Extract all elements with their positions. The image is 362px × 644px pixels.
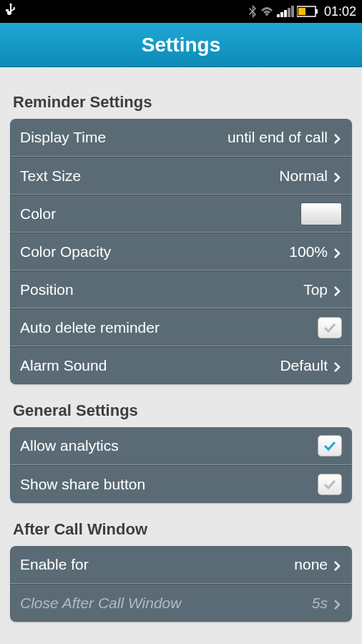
- row-enable-for[interactable]: Enable for none: [10, 546, 352, 584]
- usb-icon: [6, 3, 16, 20]
- checkbox-auto-delete[interactable]: [318, 317, 342, 338]
- value-color-opacity: 100%: [289, 243, 328, 260]
- value-position: Top: [303, 281, 328, 298]
- value-alarm-sound: Default: [280, 357, 328, 374]
- chevron-right-icon: [333, 286, 342, 294]
- group-general: Allow analytics Show share button: [10, 427, 352, 503]
- group-reminder: Display Time until end of call Text Size…: [10, 119, 352, 384]
- label-display-time: Display Time: [20, 129, 228, 146]
- label-color-opacity: Color Opacity: [20, 243, 289, 260]
- value-display-time: until end of call: [228, 129, 328, 146]
- status-right: 01:02: [248, 4, 356, 19]
- label-allow-analytics: Allow analytics: [20, 437, 318, 454]
- signal-icon: [277, 6, 294, 17]
- status-bar: 01:02: [0, 0, 362, 23]
- row-auto-delete[interactable]: Auto delete reminder: [10, 308, 352, 346]
- chevron-right-icon: [333, 172, 342, 180]
- page-title: Settings: [142, 34, 220, 57]
- svg-rect-1: [315, 9, 318, 14]
- chevron-right-icon: [333, 248, 342, 256]
- chevron-right-icon: [333, 560, 342, 569]
- value-text-size: Normal: [279, 167, 328, 185]
- row-text-size[interactable]: Text Size Normal: [10, 157, 352, 195]
- checkbox-show-share[interactable]: [318, 474, 342, 495]
- svg-rect-2: [298, 8, 305, 15]
- row-position[interactable]: Position Top: [10, 270, 352, 308]
- row-display-time[interactable]: Display Time until end of call: [10, 119, 352, 157]
- label-position: Position: [20, 281, 303, 298]
- row-alarm-sound[interactable]: Alarm Sound Default: [10, 346, 352, 384]
- battery-icon: [297, 6, 318, 17]
- color-swatch: [300, 203, 342, 225]
- wifi-icon: [260, 6, 274, 17]
- chevron-right-icon: [333, 599, 342, 608]
- label-show-share: Show share button: [20, 476, 318, 493]
- label-alarm-sound: Alarm Sound: [20, 357, 280, 374]
- settings-content: Reminder Settings Display Time until end…: [0, 67, 362, 622]
- status-left: [6, 3, 16, 20]
- checkbox-allow-analytics[interactable]: [318, 435, 342, 457]
- section-title-general: General Settings: [13, 401, 352, 420]
- row-show-share[interactable]: Show share button: [10, 465, 352, 503]
- section-title-reminder: Reminder Settings: [13, 93, 352, 112]
- app-bar: Settings: [0, 23, 362, 67]
- label-auto-delete: Auto delete reminder: [20, 319, 318, 336]
- row-close-after: Close After Call Window 5s: [10, 584, 352, 622]
- group-after-call: Enable for none Close After Call Window …: [10, 546, 352, 622]
- chevron-right-icon: [333, 361, 342, 370]
- chevron-right-icon: [333, 133, 342, 142]
- label-enable-for: Enable for: [20, 556, 294, 573]
- label-color: Color: [20, 205, 300, 223]
- value-close-after: 5s: [312, 595, 328, 612]
- label-text-size: Text Size: [20, 167, 279, 185]
- label-close-after: Close After Call Window: [20, 595, 312, 612]
- value-enable-for: none: [294, 556, 328, 573]
- row-allow-analytics[interactable]: Allow analytics: [10, 427, 352, 465]
- row-color[interactable]: Color: [10, 195, 352, 233]
- status-time: 01:02: [324, 4, 356, 19]
- row-color-opacity[interactable]: Color Opacity 100%: [10, 233, 352, 270]
- bluetooth-icon: [248, 5, 257, 18]
- section-title-after-call: After Call Window: [13, 520, 352, 539]
